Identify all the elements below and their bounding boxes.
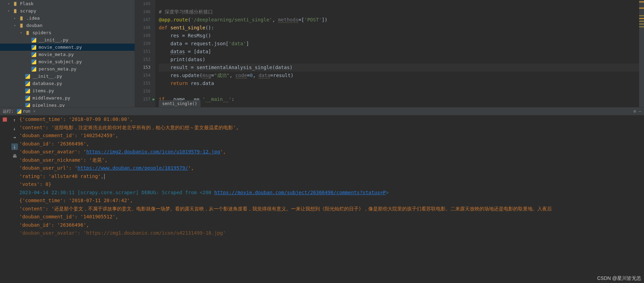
code-line[interactable]: res.update(msg="成功", code=0, data=result… <box>159 72 644 79</box>
tree-folder[interactable]: ▾▇spiders <box>0 29 135 36</box>
python-file-icon <box>25 103 30 107</box>
console-line: 'douban_user_url': 'https://www.douban.c… <box>19 164 644 172</box>
code-line[interactable] <box>159 87 644 95</box>
close-icon[interactable]: × <box>33 109 36 114</box>
console-line: {'comment_time': '2018-07-09 01:00:00', <box>19 115 644 124</box>
console-line: 2023-04-14 22:30:11 [scrapy.core.scraper… <box>19 189 644 197</box>
console-line: 'douban_id': '26366496', <box>19 140 644 148</box>
up-arrow-icon[interactable]: ↑ <box>13 117 16 123</box>
down-arrow-icon[interactable]: ↓ <box>13 126 16 131</box>
console-line: 'content': '还是那个姜文，不属于讲故事的姜文。电影就像一场梦。看的露… <box>19 205 644 213</box>
tree-file[interactable]: ▸person_meta.py <box>0 65 135 73</box>
line-number: 152 <box>135 56 150 64</box>
tree-folder[interactable]: ▾▇scrapy <box>0 7 135 15</box>
print-icon[interactable]: 🖶 <box>12 153 17 159</box>
minimize-icon[interactable]: — <box>639 109 641 114</box>
chevron-right-icon[interactable]: ▸ <box>14 16 17 20</box>
tree-file[interactable]: ▸movie_meta.py <box>0 51 135 58</box>
code-area[interactable]: # 深度学习情感分析接口@app.route('/deeplearning/se… <box>155 0 644 107</box>
console-line: 'douban_user_nickname': '老晃', <box>19 156 644 164</box>
code-line[interactable]: @app.route('/deeplearning/senti_single',… <box>159 16 644 24</box>
code-line[interactable]: def senti_single(): <box>159 24 644 32</box>
python-file-icon <box>31 45 37 50</box>
console-line: 'rating': 'allstar40 rating', <box>19 172 644 181</box>
code-line[interactable]: # 深度学习情感分析接口 <box>159 8 644 16</box>
url-link[interactable]: https://img2.doubanio.com/icon/u1019579-… <box>86 149 220 154</box>
project-tree[interactable]: ▾▇Flask▾▇scrapy▸▇.idea▾▇douban▾▇spiders▸… <box>0 0 135 107</box>
tree-item-label: scrapy <box>20 8 36 13</box>
chevron-down-icon[interactable]: ▾ <box>8 2 11 6</box>
tree-file[interactable]: ▸movie_subject.py <box>0 58 135 65</box>
tree-file[interactable]: ▸movie_comment.py <box>0 44 135 51</box>
run-tab[interactable]: run × <box>17 109 36 114</box>
code-line[interactable]: datas = [data] <box>159 48 644 56</box>
tree-file[interactable]: ▸__init__.py <box>0 73 135 80</box>
gear-icon[interactable]: ⚙ <box>634 109 636 114</box>
tree-file[interactable]: ▸items.py <box>0 87 135 94</box>
python-file-icon <box>31 37 37 43</box>
code-line[interactable]: if __name__ == '__main__': <box>159 95 644 103</box>
run-panel-header: 运行: run × ⚙ — <box>0 107 644 115</box>
python-file-icon <box>25 95 30 101</box>
code-editor[interactable]: 145146147148149150151152153154155156157 … <box>135 0 644 107</box>
python-file-icon <box>31 66 37 72</box>
code-line[interactable]: result = sentimentalAnalysis_single(data… <box>159 64 644 72</box>
tree-folder[interactable]: ▸▇.idea <box>0 15 135 22</box>
code-line[interactable]: print(datas) <box>159 56 644 64</box>
python-file-icon <box>25 81 30 86</box>
line-number: 155 <box>135 79 150 87</box>
python-file-icon <box>31 59 37 65</box>
python-icon <box>17 109 21 114</box>
line-number: 151 <box>135 48 150 56</box>
tree-file[interactable]: ▸database.py <box>0 80 135 87</box>
console-output[interactable]: {'comment_time': '2018-07-09 01:00:00', … <box>19 115 644 283</box>
stop-button[interactable] <box>3 117 7 122</box>
tree-item-label: person_meta.py <box>39 66 77 72</box>
editor-scrollbar[interactable] <box>639 0 644 107</box>
code-line[interactable]: return res.data <box>159 79 644 87</box>
line-number: 149 <box>135 32 150 40</box>
tree-item-label: database.py <box>32 81 62 86</box>
chevron-down-icon[interactable]: ▾ <box>20 31 23 35</box>
line-number: 150 <box>135 40 150 48</box>
tree-item-label: .idea <box>26 16 40 21</box>
line-number: 156 <box>135 87 150 95</box>
console-line: 'douban_comment_id': '1401905512', <box>19 213 644 221</box>
breadcrumb[interactable]: senti_single() <box>159 100 201 107</box>
scroll-to-end-icon[interactable]: ⭳ <box>11 143 18 150</box>
tree-file[interactable]: ▸middlewares.py <box>0 94 135 102</box>
line-number: 154 <box>135 72 150 79</box>
url-link[interactable]: https://movie.douban.com/subject/2636649… <box>214 190 386 195</box>
tree-item-label: movie_meta.py <box>39 52 74 57</box>
console-line: 'douban_user_avatar': 'https://img1.doub… <box>19 229 644 237</box>
code-line[interactable]: data = request.json['data'] <box>159 40 644 48</box>
tree-item-label: spiders <box>32 30 51 35</box>
tree-item-label: __init__.py <box>32 74 62 79</box>
tree-item-label: middlewares.py <box>32 95 70 101</box>
folder-icon: ▇ <box>12 8 18 14</box>
tree-item-label: movie_subject.py <box>39 59 82 64</box>
tree-item-label: Flask <box>20 1 33 6</box>
tree-file[interactable]: ▸pipelines.py <box>0 102 135 107</box>
wrap-icon[interactable]: ⇥ <box>13 135 16 140</box>
breadcrumb-label: senti_single() <box>162 101 197 106</box>
console-line: 'content': '这部电影，注定将洗去此前你对老北平所有的，粗心大意的幻想… <box>19 124 644 132</box>
run-tab-label: run <box>23 109 30 114</box>
url-link[interactable]: https://www.douban.com/people/1019579/ <box>78 165 188 171</box>
folder-icon: ▇ <box>19 16 24 21</box>
line-number-gutter: 145146147148149150151152153154155156157 … <box>135 0 155 107</box>
chevron-down-icon[interactable]: ▾ <box>8 9 11 13</box>
code-line[interactable]: res = ResMsg() <box>159 32 644 40</box>
tree-item-label: movie_comment.py <box>39 45 82 50</box>
line-number: 157 ▶ <box>135 95 150 103</box>
tree-folder[interactable]: ▾▇Flask <box>0 0 135 7</box>
run-toolbar-2: ↑ ↓ ⇥ ⭳ 🖶 <box>10 115 19 283</box>
code-line[interactable] <box>159 0 644 8</box>
folder-icon: ▇ <box>25 30 30 36</box>
python-file-icon <box>25 88 30 94</box>
tree-file[interactable]: ▸__init__.py <box>0 36 135 44</box>
python-file-icon <box>31 52 37 57</box>
console-line: 'douban_comment_id': '1402542459', <box>19 132 644 140</box>
tree-folder[interactable]: ▾▇douban <box>0 22 135 29</box>
chevron-down-icon[interactable]: ▾ <box>14 23 17 27</box>
